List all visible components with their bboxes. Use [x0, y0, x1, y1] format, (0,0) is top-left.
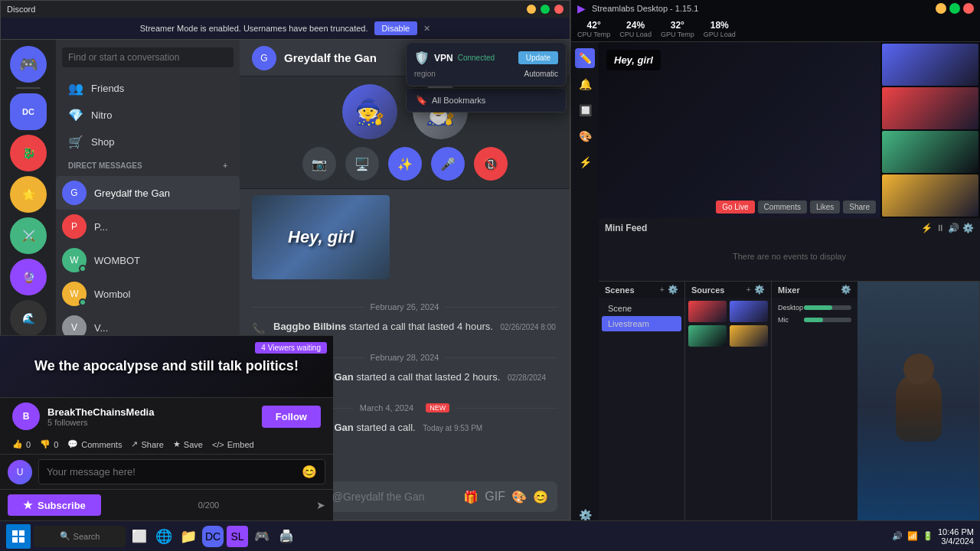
twitch-emoji-button[interactable]: 😊 — [302, 465, 317, 479]
discord-taskbar-icon[interactable]: DC — [202, 526, 224, 547]
sl-mixer-ch1-bar[interactable] — [804, 305, 851, 310]
start-button[interactable] — [6, 524, 31, 549]
nitro-icon: 💎 — [68, 108, 83, 122]
twitch-send-icon[interactable]: ➤ — [316, 499, 325, 511]
sl-nav-editor[interactable]: ✏️ — [575, 48, 595, 68]
sl-nav-themes[interactable]: 🎨 — [575, 126, 595, 146]
sl-thumb-3[interactable] — [882, 131, 978, 173]
sl-nav-widgets[interactable]: 🔲 — [575, 100, 595, 120]
sl-thumb-4[interactable] — [882, 174, 978, 217]
disable-streamer-button[interactable]: Disable — [374, 21, 418, 35]
sl-share-button[interactable]: Share — [843, 201, 876, 214]
twitch-follow-button[interactable]: Follow — [262, 406, 321, 428]
call-end-button[interactable]: 📵 — [474, 147, 508, 181]
twitch-embed-button[interactable]: </> Embed — [212, 440, 254, 449]
nord-header: 🛡️ VPN Connected Update — [414, 51, 558, 65]
call-mic-button[interactable]: 🎤 — [431, 147, 465, 181]
twitch-comments-button[interactable]: 💬 Comments — [67, 439, 122, 449]
sl-feed-settings-icon[interactable]: ⚙️ — [962, 223, 974, 233]
home-icon[interactable]: 🎮 — [10, 46, 47, 83]
tray-icon-2[interactable]: 📶 — [907, 531, 918, 541]
sl-preview-main: Hey, girl Go Live Comments Likes Share — [599, 42, 880, 218]
add-dm-icon[interactable]: + — [223, 161, 227, 170]
sl-scene-item-scene[interactable]: Scene — [602, 301, 681, 316]
tray-icon-1[interactable]: 🔊 — [892, 531, 903, 541]
gift-icon[interactable]: 🎁 — [463, 490, 479, 504]
taskbar-clock[interactable]: 10:46 PM 3/4/2024 — [938, 527, 974, 546]
sl-feed-filter-icon[interactable]: ⚡ — [921, 223, 933, 233]
server-icon-1[interactable]: DC — [10, 93, 47, 130]
dm-item-p[interactable]: P P... — [56, 210, 240, 243]
sl-nav-alerts[interactable]: ⚡ — [575, 152, 595, 172]
server-icon-2[interactable]: 🐉 — [10, 135, 47, 171]
sl-scenes-header: Scenes + ⚙️ — [599, 282, 684, 298]
sl-source-1[interactable] — [688, 301, 727, 322]
nord-update-button[interactable]: Update — [518, 51, 558, 64]
minimize-button[interactable] — [527, 5, 536, 14]
twitch-like-button[interactable]: 👍 0 — [12, 439, 31, 449]
sl-nav-events[interactable]: 🔔 — [575, 74, 595, 94]
sl-maximize-button[interactable] — [949, 3, 960, 14]
twitch-share-button[interactable]: ↗ Share — [131, 439, 163, 449]
sl-sources-settings-icon[interactable]: ⚙️ — [754, 285, 765, 295]
sl-mixer-panel: Mixer ⚙️ Desktop — [772, 282, 858, 533]
sl-source-3[interactable] — [688, 325, 727, 347]
gif-icon[interactable]: GIF — [485, 490, 505, 504]
sl-source-2[interactable] — [730, 301, 768, 322]
dm-search-input[interactable] — [62, 47, 234, 67]
call-screen-button[interactable]: 🖥️ — [345, 147, 379, 181]
sl-source-4[interactable] — [730, 325, 768, 347]
sl-thumb-1[interactable] — [882, 44, 978, 86]
dm-item-greydalf[interactable]: G Greydalf the Gan — [56, 176, 240, 210]
sl-mixer-ch2-bar[interactable] — [804, 318, 851, 322]
nord-region-row: region Automatic — [414, 70, 558, 78]
chrome-taskbar-icon[interactable]: 🌐 — [153, 526, 175, 547]
sl-thumb-2[interactable] — [882, 87, 978, 129]
nitro-nav[interactable]: 💎 Nitro — [56, 102, 240, 129]
sl-stat-gpu-load: 18% GPU Load — [704, 20, 736, 38]
sticker-icon[interactable]: 🎨 — [511, 490, 527, 504]
discord-titlebar: Discord — [1, 1, 570, 18]
sl-scenes-add-icon[interactable]: + — [660, 285, 665, 295]
dm-item-wombot[interactable]: W WOMBOT — [56, 243, 240, 277]
twitch-dislike-button[interactable]: 👎 0 — [40, 439, 58, 449]
sl-minimize-button[interactable] — [936, 3, 946, 14]
sl-mixer-actions: ⚙️ — [841, 285, 851, 295]
taskview-button[interactable]: ⬜ — [129, 526, 150, 547]
close-banner-icon[interactable]: ✕ — [423, 24, 430, 34]
sl-feed-pause-icon[interactable]: ⏸ — [936, 223, 945, 233]
sl-scenes-settings-icon[interactable]: ⚙️ — [668, 285, 678, 295]
twitch-save-button[interactable]: ★ Save — [173, 439, 203, 449]
call-video-button[interactable]: 📷 — [302, 147, 336, 181]
twitch-message-input[interactable] — [47, 466, 302, 478]
server-icon-3[interactable]: 🌟 — [10, 176, 47, 213]
server-icon-6[interactable]: 🌊 — [10, 300, 47, 337]
sl-sources-add-icon[interactable]: + — [746, 285, 751, 295]
maximize-button[interactable] — [541, 5, 550, 14]
friends-nav[interactable]: 👥 Friends — [56, 75, 240, 102]
twitch-subscribe-button[interactable]: ★ Subscribe — [8, 494, 101, 516]
sl-comments-button[interactable]: Comments — [758, 201, 807, 214]
sl-close-button[interactable] — [963, 3, 974, 14]
close-button[interactable] — [554, 5, 564, 14]
app-taskbar-2[interactable]: 🖨️ — [276, 526, 297, 547]
sl-scene-item-livestream[interactable]: Livestream — [602, 316, 681, 331]
streamlabs-taskbar-icon[interactable]: SL — [227, 526, 248, 547]
shop-nav[interactable]: 🛒 Shop — [56, 129, 240, 155]
sl-gpu-temp-value: 32° — [671, 20, 684, 31]
sl-mixer-settings-icon[interactable]: ⚙️ — [841, 285, 851, 295]
app-taskbar-1[interactable]: 🎮 — [251, 526, 273, 547]
file-explorer-taskbar-icon[interactable]: 📁 — [178, 526, 199, 547]
emoji-icon[interactable]: 😊 — [533, 490, 548, 504]
sl-go-live-button[interactable]: Go Live — [716, 201, 754, 214]
sl-feed-volume-icon[interactable]: 🔊 — [948, 223, 959, 233]
server-icon-4[interactable]: ⚔️ — [10, 217, 47, 254]
server-icon-5[interactable]: 🔮 — [10, 259, 47, 295]
tray-icon-3[interactable]: 🔋 — [923, 531, 933, 541]
search-taskbar-button[interactable]: 🔍 Search — [34, 526, 126, 547]
dm-item-wombol[interactable]: W Wombol — [56, 277, 240, 311]
call-effects-button[interactable]: ✨ — [388, 147, 422, 181]
sl-main-content: Hey, girl Go Live Comments Likes Share — [599, 42, 980, 551]
sl-likes-button[interactable]: Likes — [810, 201, 840, 214]
sl-cpu-load-label: CPU Load — [619, 31, 652, 38]
